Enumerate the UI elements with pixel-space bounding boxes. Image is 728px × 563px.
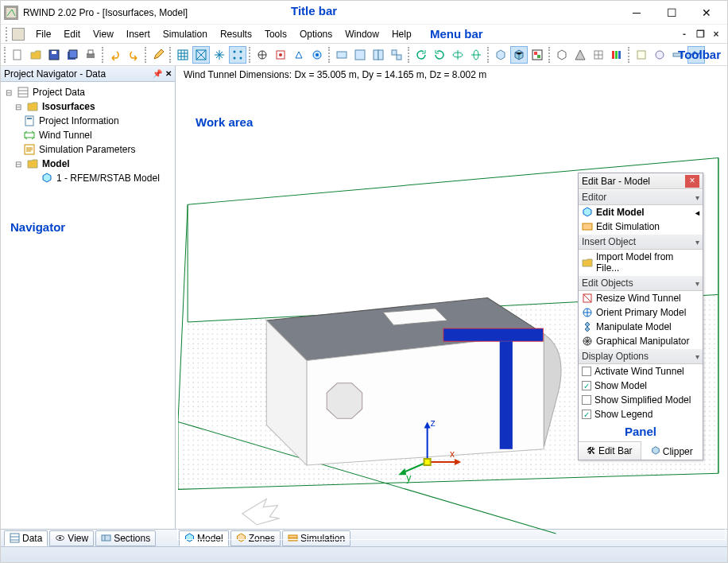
panel-close[interactable]: × [685, 175, 699, 188]
tool-c-button[interactable] [290, 46, 308, 64]
grid1-button[interactable] [174, 46, 192, 64]
expand-icon[interactable]: ⊟ [4, 88, 14, 97]
expand-icon[interactable]: ⊟ [14, 103, 23, 111]
mdi-minimize[interactable]: - [678, 29, 691, 40]
item-activate-wt[interactable]: Activate Wind Tunnel [579, 364, 703, 379]
rotate1-button[interactable] [412, 46, 430, 64]
checkbox-show-simplified[interactable] [582, 395, 591, 405]
undo-button[interactable] [106, 46, 124, 64]
menu-window[interactable]: Window [339, 27, 385, 41]
nav-tab-sections[interactable]: Sections [95, 530, 156, 546]
toolbar-handle-6[interactable] [328, 47, 331, 63]
toolbar-handle-3[interactable] [145, 47, 147, 63]
tree-sim-params[interactable]: Simulation Parameters [2, 142, 173, 157]
toolbar-handle-2[interactable] [102, 47, 104, 63]
menu-file[interactable]: File [29, 27, 57, 41]
mesh-button[interactable] [211, 46, 228, 64]
toolbar-handle-4[interactable] [169, 47, 172, 63]
minimize-button[interactable]: ─ [619, 1, 654, 25]
item-show-simplified[interactable]: Show Simplified Model [579, 393, 703, 407]
edit-button[interactable] [149, 46, 167, 64]
shade-button[interactable] [571, 46, 589, 64]
section-display[interactable]: Display Options▾ [579, 348, 703, 364]
checkbox-show-model[interactable]: ✓ [582, 381, 591, 390]
toolbar-handle-5[interactable] [249, 47, 251, 63]
tree-project-info[interactable]: Project Information [2, 114, 173, 128]
menu-view[interactable]: View [87, 27, 120, 41]
rotate3-button[interactable] [449, 46, 467, 64]
box2-button[interactable] [510, 46, 528, 64]
menu-tools[interactable]: Tools [258, 27, 293, 41]
toolbar-handle-10[interactable] [628, 47, 630, 63]
toolbar-handle-8[interactable] [487, 47, 490, 63]
mdi-restore[interactable]: ❐ [694, 29, 707, 40]
item-manipulate-model[interactable]: Manipulate Model [579, 320, 703, 334]
grid2-button[interactable] [192, 46, 210, 64]
misc3-button[interactable] [669, 46, 687, 64]
iso-button[interactable] [553, 46, 571, 64]
toolbar-handle-9[interactable] [548, 47, 551, 63]
colormap-button[interactable] [608, 46, 625, 64]
save-button[interactable] [45, 46, 63, 64]
maximize-button[interactable]: ☐ [654, 1, 689, 25]
navigator-close[interactable]: ✕ [165, 69, 172, 78]
menu-handle[interactable] [6, 27, 9, 41]
item-orient-model[interactable]: Orient Primary Model [579, 305, 703, 320]
misc2-button[interactable] [651, 46, 668, 64]
expand-icon[interactable]: ⊟ [14, 160, 23, 169]
item-show-model[interactable]: ✓ Show Model [579, 379, 703, 393]
tree-rfem[interactable]: 1 - RFEM/RSTAB Model [2, 171, 173, 185]
view3-button[interactable] [370, 46, 387, 64]
rotate4-button[interactable] [467, 46, 485, 64]
work-area[interactable]: Wind Tunnel Dimensions: Dx = 35.005 m, D… [176, 66, 727, 529]
edit-bar-panel[interactable]: Edit Bar - Model × Editor▾ Edit Model ◂ … [578, 173, 703, 460]
menu-insert[interactable]: Insert [120, 27, 157, 41]
open-button[interactable] [27, 46, 45, 64]
item-import-model[interactable]: Import Model from File... [579, 250, 703, 275]
item-edit-model[interactable]: Edit Model ◂ [579, 205, 703, 219]
item-show-legend[interactable]: ✓ Show Legend [579, 407, 703, 421]
menu-results[interactable]: Results [214, 27, 258, 41]
section-edit-objects[interactable]: Edit Objects▾ [579, 275, 703, 291]
tree-root[interactable]: ⊟ Project Data [2, 85, 173, 99]
tool-a-button[interactable] [254, 46, 271, 64]
toolbar-handle-1[interactable] [4, 47, 6, 63]
box3-button[interactable] [529, 46, 546, 64]
menu-help[interactable]: Help [385, 27, 418, 41]
print-button[interactable] [82, 46, 99, 64]
misc4-button[interactable] [687, 46, 705, 64]
checkbox-activate-wt[interactable] [582, 367, 591, 376]
section-insert[interactable]: Insert Object▾ [579, 234, 703, 250]
new-button[interactable] [9, 46, 26, 64]
box1-button[interactable] [492, 46, 509, 64]
checkbox-show-legend[interactable]: ✓ [582, 410, 591, 419]
item-edit-simulation[interactable]: Edit Simulation [579, 219, 703, 234]
item-resize-wt[interactable]: Resize Wind Tunnel [579, 291, 703, 305]
points-button[interactable] [229, 46, 246, 64]
tool-b-button[interactable] [272, 46, 289, 64]
panel-title-bar[interactable]: Edit Bar - Model × [579, 173, 703, 189]
navigator-tree[interactable]: ⊟ Project Data ⊟ Isosurfaces Project Inf… [1, 82, 175, 529]
wire-button[interactable] [590, 46, 607, 64]
tool-d-button[interactable] [308, 46, 326, 64]
tree-wind-tunnel[interactable]: Wind Tunnel [2, 128, 173, 142]
rotate2-button[interactable] [431, 46, 448, 64]
view4-button[interactable] [388, 46, 405, 64]
item-graphical-manipulator[interactable]: Graphical Manipulator [579, 334, 703, 348]
view2-button[interactable] [351, 46, 369, 64]
menu-simulation[interactable]: Simulation [157, 27, 214, 41]
misc1-button[interactable] [633, 46, 650, 64]
pin-icon[interactable]: 📌 [153, 69, 162, 78]
nav-tab-data[interactable]: Data [4, 530, 48, 546]
tree-isosurfaces[interactable]: ⊟ Isosurfaces [2, 99, 173, 114]
redo-button[interactable] [125, 46, 142, 64]
menu-options[interactable]: Options [293, 27, 339, 41]
toolbar-handle-7[interactable] [408, 47, 410, 63]
panel-tab-editbar[interactable]: 🛠 Edit Bar [579, 442, 641, 460]
mdi-close[interactable]: × [710, 29, 722, 40]
panel-tab-clipper[interactable]: Clipper [641, 441, 703, 460]
nav-tab-view[interactable]: View [49, 530, 94, 546]
menu-edit[interactable]: Edit [57, 27, 87, 41]
view1-button[interactable] [333, 46, 350, 64]
tree-model[interactable]: ⊟ Model [2, 157, 173, 171]
